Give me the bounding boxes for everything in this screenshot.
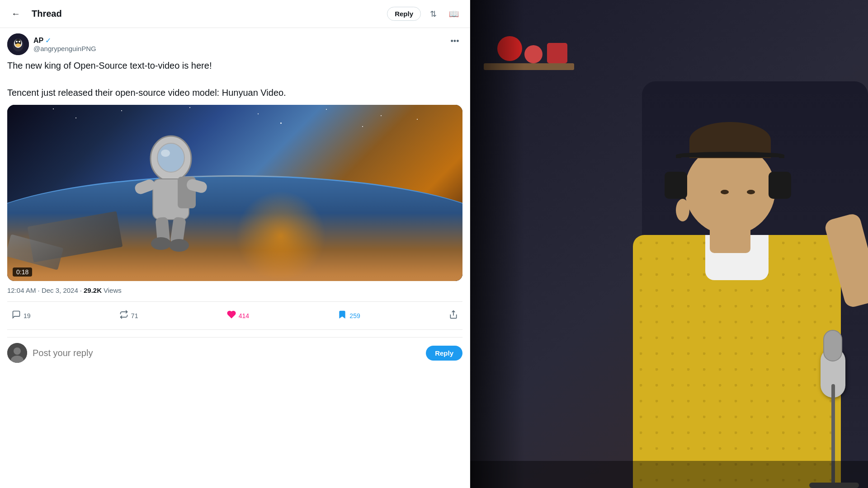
dot-separator: · [80,286,82,294]
thread-header: ← Thread Reply ⇅ 📖 [0,0,470,28]
eyes [721,190,755,194]
astronaut [121,131,221,258]
svg-point-4 [16,41,18,42]
microphone-mesh [823,330,842,361]
right-panel: ★XPLOR★ ★ XPLOR [470,0,868,488]
headphone-cup-left [665,172,687,199]
share-button[interactable] [444,307,462,324]
page-title: Thread [32,9,380,19]
headphone-cup-right [769,172,791,199]
retweet-icon [119,310,128,321]
more-icon: ••• [451,37,459,46]
tweet-author-row: AP ✓ @angrypenguinPNG ••• [7,33,462,55]
action-bar: 19 71 414 [7,301,462,330]
share-icon [449,310,458,321]
thread-content: AP ✓ @angrypenguinPNG ••• The new king o… [0,28,470,488]
retweet-button[interactable]: 71 [115,307,143,324]
tweet-meta: 12:04 AM · Dec 3, 2024 · 29.2K Views [7,286,462,294]
shadow-left [470,0,524,488]
like-icon [227,310,236,321]
views-label: Views [104,286,122,294]
author-info: AP ✓ @angrypenguinPNG [7,33,96,55]
comment-icon [12,310,21,321]
reply-avatar [7,343,27,363]
back-button[interactable]: ← [7,5,24,23]
reply-compose: Reply [7,337,462,368]
ear-left [676,199,689,221]
reader-icon: 📖 [449,9,459,19]
back-icon: ← [11,9,20,19]
author-name-row: AP ✓ [33,36,96,45]
adjust-button[interactable]: ⇅ [425,5,442,23]
tweet-line-1: The new king of Open-Source text-to-vide… [7,59,462,72]
reply-button-compose[interactable]: Reply [426,346,462,361]
like-count: 414 [239,312,249,319]
comment-count: 19 [24,312,31,319]
thread-panel: ← Thread Reply ⇅ 📖 [0,0,470,488]
glow [236,191,326,281]
comment-button[interactable]: 19 [7,307,35,324]
author-details: AP ✓ @angrypenguinPNG [33,36,96,52]
svg-point-16 [169,239,189,252]
author-handle: @angrypenguinPNG [33,45,96,52]
webcam-feed: ★XPLOR★ ★ XPLOR [470,0,868,488]
small-toy-2 [547,43,567,63]
tweet-text: The new king of Open-Source text-to-vide… [7,59,462,99]
svg-point-17 [161,150,170,157]
webcam-elements: ★XPLOR★ ★ XPLOR [470,0,868,488]
adjust-icon: ⇅ [430,9,437,19]
avatar [7,33,29,55]
stars-area [7,105,462,175]
bookmark-button[interactable]: 259 [333,307,364,324]
shadow-bottom [470,461,868,488]
svg-point-5 [19,41,20,42]
reader-button[interactable]: 📖 [445,5,462,23]
retweet-count: 71 [131,312,138,319]
more-options-button[interactable]: ••• [447,33,462,49]
video-timer: 0:18 [13,267,32,277]
bookmark-count: 259 [349,312,360,319]
video-container[interactable]: 0:18 [7,105,462,281]
small-toy [524,45,542,63]
header-actions: Reply ⇅ 📖 [387,5,462,23]
tweet-timestamp: 12:04 AM · Dec 3, 2024 [7,286,78,294]
headphone-band [676,152,784,158]
svg-point-8 [157,143,184,172]
svg-point-6 [15,43,21,47]
svg-point-15 [151,237,171,250]
author-name: AP [33,37,43,45]
verified-badge: ✓ [45,36,51,45]
reply-input[interactable] [33,348,420,358]
views-count: 29.2K [84,286,102,294]
reply-button-header[interactable]: Reply [387,7,421,21]
like-button[interactable]: 414 [222,307,254,324]
bookmark-icon [338,310,347,321]
tweet-line-2: Tencent just released their open-source … [7,86,462,99]
video-scene [7,105,462,281]
svg-point-20 [14,347,21,355]
shirt [633,235,841,488]
